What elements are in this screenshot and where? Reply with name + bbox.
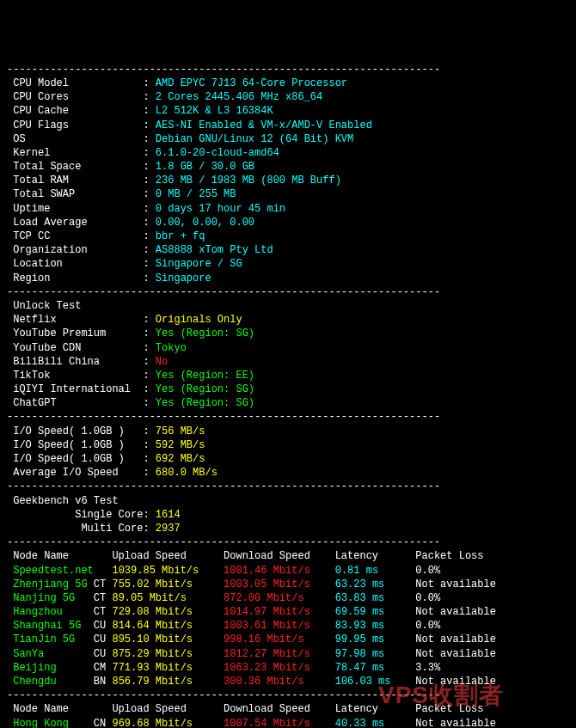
terminal-output: ----------------------------------------… — [7, 63, 569, 728]
